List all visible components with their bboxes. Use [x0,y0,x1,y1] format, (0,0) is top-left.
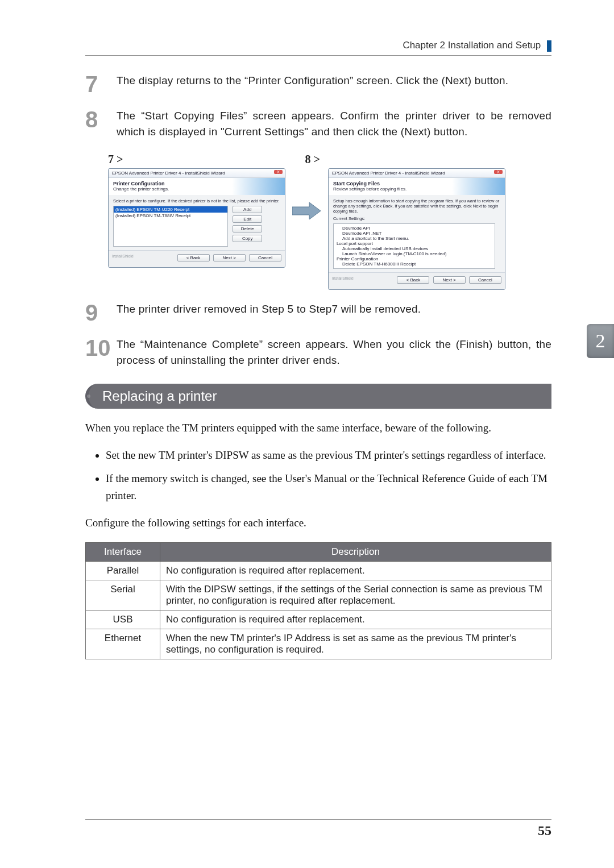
delete-button[interactable]: Delete [233,225,262,232]
back-button[interactable]: < Back [397,276,429,284]
dialog-subheading: Change the printer settings. [113,186,169,192]
bullet-list: Set the new TM printer's DIPSW as same a… [106,447,551,504]
table-row: Serial With the DIPSW settings, if the s… [86,580,551,610]
dialog-title: EPSON Advanced Printer Driver 4 - Instal… [332,171,445,176]
svg-marker-0 [292,202,321,219]
current-settings-label: Current Settings: [333,216,500,221]
edit-button[interactable]: Edit [233,215,262,223]
section-intro: When you replace the TM printers equippe… [85,420,551,436]
dialog-titlebar: EPSON Advanced Printer Driver 4 - Instal… [109,169,285,178]
setting-line: Devmode API .NET [337,231,492,236]
list-item: If the memory switch is changed, see the… [106,470,551,504]
chapter-accent-bar [547,40,551,52]
next-button[interactable]: Next > [213,254,246,261]
installshield-brand: InstallShield [112,254,134,258]
header-rule [85,55,551,56]
step-8: 8 The “Start Copying Files” screen appea… [85,108,551,140]
table-row: Ethernet When the new TM printer's IP Ad… [86,629,551,659]
interface-cell: Ethernet [86,629,160,659]
table-header-interface: Interface [86,542,160,561]
step-number: 8 [85,108,117,140]
page: Chapter 2 Installation and Setup 7 The d… [0,0,614,868]
step-text: The “Maintenance Complete” screen appear… [117,337,551,369]
dialog-start-copying-files: EPSON Advanced Printer Driver 4 - Instal… [328,168,505,290]
step-number: 9 [85,301,117,324]
copy-button[interactable]: Copy [233,235,262,242]
list-item: Set the new TM printer's DIPSW as same a… [106,447,551,463]
close-icon[interactable]: X [274,170,283,174]
table-row: USB No configuration is required after r… [86,610,551,629]
step-9: 9 The printer driver removed in Step 5 t… [85,301,551,324]
description-cell: No configuration is required after repla… [160,610,551,629]
setting-line: Local port support [337,241,492,246]
interface-table: Interface Description Parallel No config… [85,542,551,659]
step-text: The printer driver removed in Step 5 to … [117,301,421,324]
list-item[interactable]: (Installed) EPSON TM-T88IV Receipt [114,213,227,219]
printer-listbox[interactable]: (Installed) EPSON TM-U220 Receipt (Insta… [113,206,228,247]
screenshot-label-7: 7 > [108,153,123,166]
screenshot-label-8: 8 > [305,153,320,166]
dialog-description: Select a printer to configure. If the de… [113,198,280,203]
dialog-title: EPSON Advanced Printer Driver 4 - Instal… [112,171,225,176]
setting-line: Automatically install detected USB devic… [337,246,492,251]
setting-line: Printer Configuration [337,256,492,261]
dialog-printer-configuration: EPSON Advanced Printer Driver 4 - Instal… [108,168,285,268]
chapter-text: Chapter 2 Installation and Setup [403,40,541,51]
setting-line: Devmode API [337,226,492,231]
setting-line: Add a shortcut to the Start menu. [337,236,492,241]
current-settings-box[interactable]: Devmode API Devmode API .NET Add a short… [333,223,495,269]
interface-cell: Parallel [86,561,160,580]
config-line: Configure the following settings for eac… [85,514,551,531]
page-footer: 55 [85,815,551,838]
dialog-heading: Start Copying Files [333,181,380,186]
cancel-button[interactable]: Cancel [249,254,281,261]
step-10: 10 The “Maintenance Complete” screen app… [85,337,551,369]
list-item[interactable]: (Installed) EPSON TM-U220 Receipt [114,206,227,213]
interface-cell: USB [86,610,160,629]
description-cell: No configuration is required after repla… [160,561,551,580]
step-text: The “Start Copying Files” screen appears… [117,108,551,140]
setting-line: Delete EPSON TM-H6000III Receipt [337,261,492,267]
arrow-right-icon [292,202,321,219]
next-button[interactable]: Next > [433,276,466,284]
description-cell: When the new TM printer's IP Address is … [160,629,551,659]
step-7: 7 The display returns to the “Printer Co… [85,73,551,95]
back-button[interactable]: < Back [177,254,210,261]
close-icon[interactable]: X [494,170,503,174]
page-number: 55 [85,823,551,838]
cancel-button[interactable]: Cancel [469,276,501,284]
step-number: 10 [85,337,117,369]
dialog-description: Setup has enough information to start co… [333,198,500,214]
add-button[interactable]: Add [233,206,262,213]
interface-cell: Serial [86,580,160,610]
dialog-heading: Printer Configuration [113,181,165,186]
dialog-titlebar: EPSON Advanced Printer Driver 4 - Instal… [329,169,505,178]
installshield-brand: InstallShield [332,276,354,280]
step-number: 7 [85,73,117,95]
step-text: The display returns to the “Printer Conf… [117,73,508,95]
dialog-subheading: Review settings before copying files. [333,186,406,192]
chapter-header: Chapter 2 Installation and Setup [85,40,551,52]
description-cell: With the DIPSW settings, if the settings… [160,580,551,610]
setting-line: Launch StatusViewer on login (TM-C100 is… [337,251,492,256]
table-row: Parallel No configuration is required af… [86,561,551,580]
screenshots-row: 7 > 8 > EPSON Advanced Printer Driver 4 … [108,153,551,290]
chapter-side-tab: 2 [587,324,614,358]
section-heading-replacing-printer: Replacing a printer [85,384,551,409]
table-header-description: Description [160,542,551,561]
